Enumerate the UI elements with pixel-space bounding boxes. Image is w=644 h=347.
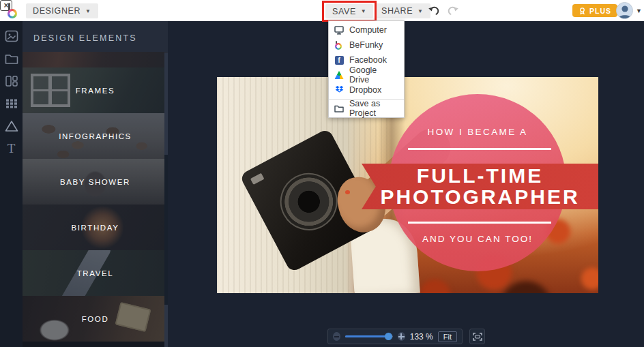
chevron-down-icon: ▼ bbox=[361, 8, 367, 14]
designer-menu-button[interactable]: DESIGNER ▼ bbox=[26, 3, 98, 18]
category-label: BABY SHOWER bbox=[23, 159, 168, 205]
undo-button[interactable] bbox=[427, 4, 441, 16]
plus-label: PLUS bbox=[589, 7, 611, 15]
befunky-logo-icon[interactable] bbox=[7, 3, 20, 19]
plus-upgrade-button[interactable]: PLUS bbox=[572, 4, 617, 17]
zoom-toolbar: 133 % Fit bbox=[327, 329, 463, 344]
folder-icon[interactable] bbox=[4, 52, 19, 65]
share-button-label: SHARE bbox=[381, 6, 413, 16]
save-button[interactable]: SAVE ▼ bbox=[325, 4, 373, 18]
computer-icon bbox=[334, 26, 344, 35]
category-label: INFOGRAPHICS bbox=[23, 113, 168, 159]
zoom-in-button[interactable] bbox=[398, 332, 405, 341]
medal-icon bbox=[579, 7, 586, 15]
undo-icon bbox=[428, 5, 440, 16]
design-subheading-text: AND YOU CAN TOO! bbox=[389, 234, 566, 244]
save-dropdown-menu: Computer BeFunky f Facebook Google Drive… bbox=[328, 20, 405, 118]
chevron-down-icon: ▼ bbox=[418, 8, 424, 14]
menu-item-google-drive[interactable]: Google Drive bbox=[329, 67, 404, 82]
category-tile-birthday[interactable]: BIRTHDAY bbox=[23, 205, 168, 250]
design-divider-line bbox=[408, 222, 551, 224]
menu-item-label: Facebook bbox=[349, 55, 387, 65]
google-drive-icon bbox=[334, 71, 344, 80]
folder-icon bbox=[334, 104, 344, 113]
image-manager-icon[interactable] bbox=[4, 29, 19, 43]
tool-rail: T bbox=[0, 21, 23, 347]
facebook-icon: f bbox=[334, 56, 344, 65]
category-tile-travel[interactable]: TRAVEL bbox=[23, 250, 168, 296]
graphics-grid-icon[interactable] bbox=[4, 97, 19, 110]
save-highlight-annotation: SAVE ▼ bbox=[322, 1, 377, 22]
category-tile-food[interactable]: FOOD bbox=[23, 296, 168, 342]
category-tile-partial bbox=[23, 342, 168, 347]
redo-icon bbox=[447, 5, 459, 16]
zoom-slider[interactable] bbox=[345, 335, 393, 337]
user-avatar[interactable] bbox=[616, 2, 633, 19]
category-label: BIRTHDAY bbox=[23, 205, 168, 250]
redo-button[interactable] bbox=[446, 4, 460, 16]
minus-icon bbox=[334, 336, 339, 337]
camera-lens bbox=[270, 163, 348, 241]
zoom-out-button[interactable] bbox=[333, 332, 340, 341]
fullscreen-button[interactable] bbox=[469, 329, 485, 344]
category-label: FRAMES bbox=[23, 67, 168, 113]
befunky-icon bbox=[334, 41, 344, 50]
menu-item-label: BeFunky bbox=[349, 40, 383, 50]
account-menu-caret[interactable]: ▼ bbox=[636, 7, 642, 14]
design-title-text: FULL-TIME PHOTOGRAPHER bbox=[362, 165, 598, 207]
menu-item-label: Dropbox bbox=[349, 85, 381, 95]
zoom-slider-handle[interactable] bbox=[385, 333, 392, 340]
menu-item-befunky[interactable]: BeFunky bbox=[329, 37, 404, 52]
panel-title: DESIGN ELEMENTS bbox=[23, 21, 168, 52]
dropbox-icon bbox=[334, 86, 344, 95]
plus-icon bbox=[398, 333, 405, 340]
chevron-down-icon: ▼ bbox=[85, 8, 91, 14]
design-elements-panel: DESIGN ELEMENTS FRAMES INFOGRAPHICS BABY… bbox=[23, 21, 168, 347]
category-tile-frames[interactable]: FRAMES bbox=[23, 67, 168, 113]
top-toolbar: DESIGNER ▼ SAVE ▼ SHARE ▼ × PLUS bbox=[0, 0, 644, 21]
text-tool-icon[interactable]: T bbox=[4, 142, 19, 155]
designer-menu-label: DESIGNER bbox=[33, 6, 80, 16]
menu-item-label: Save as Project bbox=[349, 99, 398, 118]
fit-button[interactable]: Fit bbox=[438, 331, 457, 342]
layout-templates-icon[interactable] bbox=[4, 74, 19, 88]
category-label: FOOD bbox=[23, 296, 168, 342]
design-divider-line bbox=[408, 148, 551, 150]
category-label: TRAVEL bbox=[23, 250, 168, 296]
photo-nail bbox=[345, 190, 350, 194]
menu-item-label: Google Drive bbox=[349, 65, 398, 85]
menu-item-label: Computer bbox=[349, 25, 387, 35]
shapes-icon[interactable] bbox=[4, 119, 19, 133]
person-icon bbox=[617, 3, 633, 19]
save-button-label: SAVE bbox=[332, 7, 356, 16]
fullscreen-icon bbox=[473, 333, 482, 341]
design-canvas[interactable]: HOW I BECAME A FULL-TIME PHOTOGRAPHER AN… bbox=[217, 77, 598, 293]
category-tile-baby-shower[interactable]: BABY SHOWER bbox=[23, 159, 168, 205]
design-heading-text: HOW I BECAME A bbox=[389, 127, 566, 137]
zoom-percentage: 133 % bbox=[410, 332, 433, 342]
share-button[interactable]: SHARE ▼ bbox=[375, 3, 430, 18]
category-tile-partial[interactable] bbox=[23, 52, 168, 67]
category-tile-infographics[interactable]: INFOGRAPHICS bbox=[23, 113, 168, 159]
menu-item-dropbox[interactable]: Dropbox bbox=[329, 82, 404, 97]
menu-item-save-as-project[interactable]: Save as Project bbox=[329, 101, 404, 116]
menu-item-computer[interactable]: Computer bbox=[329, 22, 404, 37]
